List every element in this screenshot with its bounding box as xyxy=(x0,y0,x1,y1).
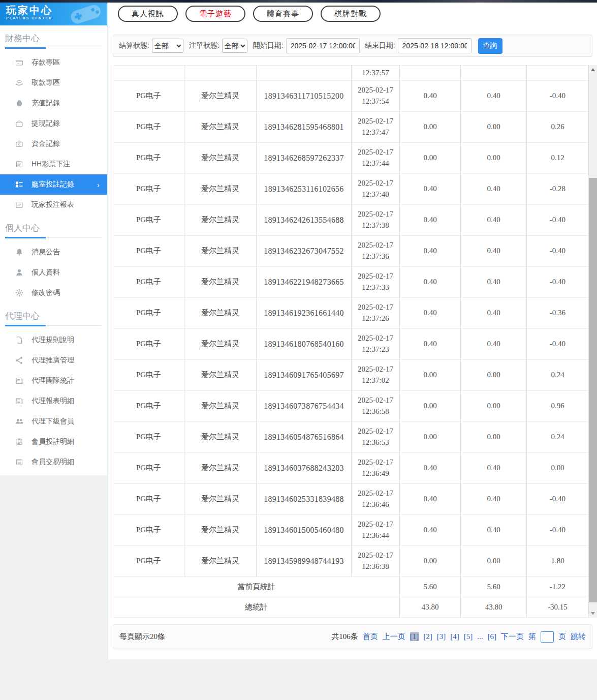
sidebar-item-label: 存款專區 xyxy=(32,58,60,67)
cell-win-loss: -0.40 xyxy=(527,205,589,235)
table-row: PG电子爱尔兰精灵18913460917654056972025-02-1712… xyxy=(113,360,589,391)
sidebar-item-0-5[interactable]: HH彩票下注 xyxy=(0,154,107,174)
tab-1[interactable]: 電子遊藝 xyxy=(185,6,245,22)
sidebar-item-label: 個人資料 xyxy=(32,268,60,277)
member-trades-icon xyxy=(15,458,23,466)
cell-win-loss: -0.28 xyxy=(527,174,589,204)
scroll-up-icon[interactable] xyxy=(589,65,597,74)
cell-date-line: 2025-02-17 xyxy=(358,550,393,561)
cell-time-line: 12:37:23 xyxy=(362,344,389,355)
cell-win-loss: -0.40 xyxy=(527,515,589,545)
section-divider xyxy=(5,237,101,238)
pagination-link-0[interactable]: 首页 xyxy=(363,632,378,642)
cell-win-loss: 0.24 xyxy=(527,360,589,390)
table-row: PG电子爱尔兰精灵18913461923616614402025-02-1712… xyxy=(113,298,589,329)
tab-2[interactable]: 體育賽事 xyxy=(253,6,313,22)
table-row: PG电子爱尔兰精灵18913462426135546882025-02-1712… xyxy=(113,205,589,236)
withdraw-record-icon xyxy=(15,119,23,128)
cell-date-line: 2025-02-17 xyxy=(358,85,393,96)
sidebar-item-2-2[interactable]: 代理團隊統計 xyxy=(0,371,107,391)
member-bets-icon xyxy=(15,438,23,446)
start-date-input[interactable] xyxy=(286,38,360,53)
table-scrollbar[interactable] xyxy=(589,65,597,618)
cell-platform: PG电子 xyxy=(113,515,184,545)
sidebar-item-1-2[interactable]: 修改密碼 xyxy=(0,283,107,303)
sidebar-item-0-2[interactable]: 充值記錄 xyxy=(0,93,107,113)
cell-date-line: 2025-02-17 xyxy=(358,457,393,468)
cell-platform: PG电子 xyxy=(113,546,184,576)
sidebar-item-0-3[interactable]: 提現記錄 xyxy=(0,113,107,134)
cell-platform: PG电子 xyxy=(113,360,184,390)
sidebar-item-0-0[interactable]: 存款專區 xyxy=(0,52,107,73)
cell-bet-amount: 0.00 xyxy=(400,360,461,390)
sidebar-item-2-0[interactable]: 代理規則說明 xyxy=(0,330,107,350)
cell-time: 2025-02-1712:37:44 xyxy=(352,143,400,173)
cell-platform: PG电子 xyxy=(113,143,184,173)
jump-label-before: 第 xyxy=(528,632,536,642)
cell-time: 2025-02-1712:37:40 xyxy=(352,174,400,204)
cell-platform: PG电子 xyxy=(113,484,184,514)
query-button[interactable]: 查詢 xyxy=(478,38,502,54)
settle-status-select[interactable]: 全部 xyxy=(152,39,183,53)
cell-order-id: 1891346311710515200 xyxy=(257,81,352,111)
sidebar-item-1-1[interactable]: 個人資料 xyxy=(0,262,107,283)
section-divider xyxy=(5,325,101,326)
table-row: PG电子爱尔兰精灵18913462531161026562025-02-1712… xyxy=(113,174,589,205)
pagination-link-2[interactable]: [1] xyxy=(410,632,419,641)
pagination-link-1[interactable]: 上一页 xyxy=(383,632,405,642)
cell-time: 2025-02-1712:36:44 xyxy=(352,515,400,545)
end-date-input[interactable] xyxy=(398,38,472,53)
cell-bet-amount: 5.60 xyxy=(400,577,461,597)
sidebar-section-title: 個人中心 xyxy=(5,222,107,235)
share-icon xyxy=(15,356,23,364)
sidebar-item-2-4[interactable]: 代理下級會員 xyxy=(0,411,107,432)
pagination-link-6[interactable]: [5] xyxy=(464,632,473,641)
cell-order-id: 1891346192361661440 xyxy=(257,298,352,328)
sidebar-item-2-1[interactable]: 代理推廣管理 xyxy=(0,350,107,371)
table-row: PG电子爱尔兰精灵18913462326730475522025-02-1712… xyxy=(113,236,589,267)
cell-time: 2025-02-1712:37:26 xyxy=(352,298,400,328)
sidebar-item-0-6[interactable]: 廳室投註記錄› xyxy=(0,174,107,195)
cell-game xyxy=(184,66,257,80)
cell-valid-amount: 0.00 xyxy=(461,112,527,142)
bet-records-table-wrap: 12:37:57PG电子爱尔兰精灵18913463117105152002025… xyxy=(113,65,597,618)
order-status-select[interactable]: 全部 xyxy=(222,39,247,53)
sidebar-item-1-0[interactable]: 消息公告 xyxy=(0,242,107,262)
sidebar-item-2-5[interactable]: 會員投註明細 xyxy=(0,432,107,452)
sidebar-item-label: 會員投註明細 xyxy=(32,437,74,446)
tab-0[interactable]: 真人視訊 xyxy=(118,6,178,22)
pagination-link-8[interactable]: [6] xyxy=(488,632,497,641)
cell-time: 2025-02-1712:36:46 xyxy=(352,484,400,514)
pagination-link-3[interactable]: [2] xyxy=(423,632,432,641)
summary-label: 總統計 xyxy=(113,597,400,617)
cell-time-line: 12:37:33 xyxy=(362,282,389,293)
cell-time-line: 12:37:26 xyxy=(362,313,389,324)
scrollbar-thumb[interactable] xyxy=(589,178,597,602)
cell-order-id: 1891346180768540160 xyxy=(257,329,352,359)
cell-date-line: 2025-02-17 xyxy=(358,395,393,406)
sidebar-item-0-1[interactable]: 取款專區 xyxy=(0,73,107,93)
sidebar-item-label: 修改密碼 xyxy=(32,288,60,297)
cell-date-line: 2025-02-17 xyxy=(358,426,393,437)
cell-win-loss: 0.26 xyxy=(527,112,589,142)
jump-button[interactable]: 跳转 xyxy=(571,632,586,642)
sidebar-item-label: 代理下級會員 xyxy=(32,417,74,426)
sidebar-item-2-6[interactable]: 會員交易明細 xyxy=(0,452,107,472)
summary-row: 總統計43.8043.80-30.15 xyxy=(113,597,589,618)
cell-game: 爱尔兰精灵 xyxy=(184,546,257,576)
sidebar-item-label: 提現記錄 xyxy=(32,119,60,128)
settle-status-label: 結算狀態: xyxy=(119,41,149,50)
cell-order-id: 1891346268597262337 xyxy=(257,143,352,173)
tab-3[interactable]: 棋牌對戰 xyxy=(321,6,381,22)
sidebar-item-0-4[interactable]: 資金記錄 xyxy=(0,134,107,154)
cell-time-line: 12:37:47 xyxy=(362,127,389,138)
sidebar-item-0-7[interactable]: 玩家投注報表 xyxy=(0,195,107,215)
sidebar-item-2-3[interactable]: 代理報表明細 xyxy=(0,391,107,411)
scroll-down-icon[interactable] xyxy=(589,609,597,618)
pagination-link-9[interactable]: 下一页 xyxy=(501,632,524,642)
pagination-link-5[interactable]: [4] xyxy=(450,632,459,641)
jump-page-input[interactable] xyxy=(541,631,554,643)
pagination-link-4[interactable]: [3] xyxy=(437,632,446,641)
cell-order-id: 1891346015005460480 xyxy=(257,515,352,545)
bet-records-table: 12:37:57PG电子爱尔兰精灵18913463117105152002025… xyxy=(113,65,589,618)
